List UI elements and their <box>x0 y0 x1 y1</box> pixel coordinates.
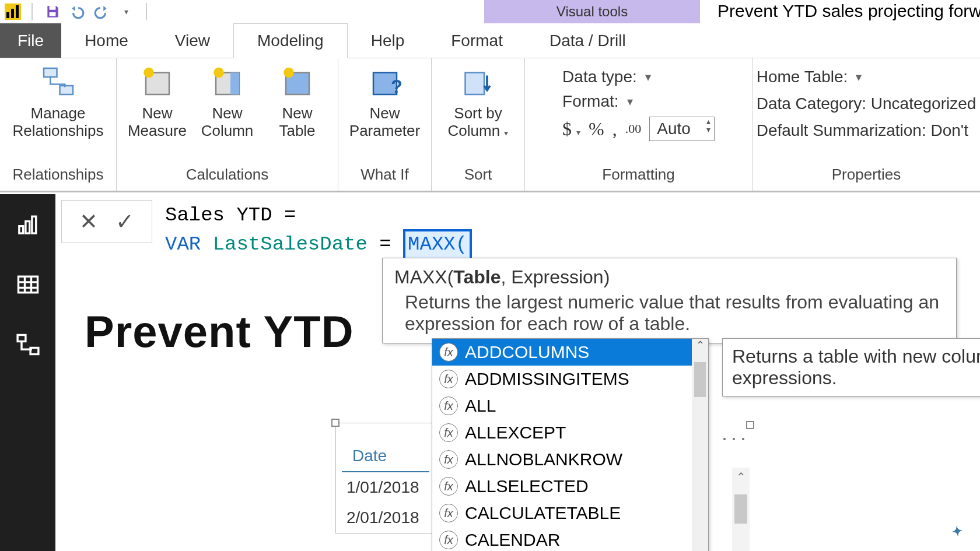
new-column-button[interactable]: New Column <box>192 62 262 140</box>
report-view-button[interactable] <box>15 212 41 240</box>
scroll-up-icon[interactable]: ⌃ <box>692 339 708 355</box>
sort-icon <box>461 65 496 100</box>
new-parameter-icon: ? <box>368 65 402 100</box>
fx-icon: fx <box>439 396 458 415</box>
tab-view[interactable]: View <box>152 23 233 58</box>
svg-rect-14 <box>19 226 23 233</box>
svg-point-5 <box>144 68 154 78</box>
intellisense-item[interactable]: fxALL <box>432 392 708 419</box>
new-measure-button[interactable]: New Measure <box>123 62 192 140</box>
intellisense-item[interactable]: fxALLNOBLANKROW <box>432 446 708 473</box>
svg-rect-3 <box>60 86 73 94</box>
formula-cancel-button[interactable]: ✕ <box>79 209 98 234</box>
svg-point-10 <box>284 68 294 78</box>
svg-rect-7 <box>230 73 239 95</box>
decimals-icon: .00 <box>625 121 642 136</box>
fx-icon: fx <box>439 370 458 388</box>
fx-icon: fx <box>439 531 458 549</box>
svg-rect-1 <box>50 12 56 16</box>
fx-icon: fx <box>439 504 458 522</box>
fx-icon: fx <box>439 450 458 469</box>
percent-button[interactable]: % <box>589 118 604 140</box>
formula-bar-actions: ✕ ✓ <box>61 200 152 243</box>
tab-modeling[interactable]: Modeling <box>233 23 348 58</box>
currency-button[interactable]: $ ▾ <box>562 118 580 140</box>
svg-rect-2 <box>44 68 57 77</box>
group-label-whatif: What If <box>360 163 408 188</box>
data-view-button[interactable] <box>15 272 41 300</box>
formula-editor[interactable]: Sales YTD = VAR LastSalesDate = MAXX( <box>159 200 974 263</box>
contextual-tab-visual-tools[interactable]: Visual tools <box>484 0 700 23</box>
svg-point-8 <box>214 68 224 78</box>
svg-text:?: ? <box>391 76 402 97</box>
redo-button[interactable] <box>92 2 111 21</box>
group-label-calculations: Calculations <box>186 163 269 188</box>
current-token-highlight: MAXX( <box>403 229 472 261</box>
model-view-button[interactable] <box>15 332 41 360</box>
intellisense-description: Returns a table with new column expressi… <box>722 338 980 396</box>
format-label: Format: <box>562 92 618 111</box>
manage-relationships-button[interactable]: Manage Relationships <box>7 62 109 140</box>
tab-home[interactable]: Home <box>61 23 152 58</box>
view-rail <box>0 194 55 551</box>
visual-options-icon[interactable]: ··· <box>715 426 750 450</box>
slicer-visual[interactable]: ··· <box>715 426 750 551</box>
sort-by-column-button[interactable]: Sort by Column ▾ <box>432 62 525 140</box>
svg-rect-0 <box>50 6 56 10</box>
ribbon: Manage Relationships Relationships New M… <box>0 58 980 192</box>
new-column-icon <box>210 65 245 100</box>
svg-rect-16 <box>32 216 36 233</box>
home-table-label[interactable]: Home Table: <box>757 68 848 86</box>
intellisense-item[interactable]: fxCALCULATETABLE <box>432 500 708 527</box>
decimals-spinner[interactable]: Auto <box>649 117 715 141</box>
datatype-dropdown[interactable]: ▾ <box>645 70 651 84</box>
table-column-header[interactable]: Date <box>342 423 429 472</box>
default-summarization-label[interactable]: Default Summarization: Don't <box>757 121 977 140</box>
intellisense-popup[interactable]: fxADDCOLUMNS fxADDMISSINGITEMS fxALL fxA… <box>432 338 709 551</box>
group-label-sort: Sort <box>464 163 492 188</box>
fx-icon: fx <box>439 423 458 442</box>
formula-commit-button[interactable]: ✓ <box>116 209 134 234</box>
function-signature-tooltip: MAXX(Table, Expression) Returns the larg… <box>382 258 957 343</box>
qat-separator <box>146 3 147 20</box>
svg-rect-13 <box>465 73 484 95</box>
save-button[interactable] <box>43 2 62 21</box>
intellisense-item[interactable]: fxALLEXCEPT <box>432 419 708 446</box>
app-icon <box>5 3 21 20</box>
datatype-label: Data type: <box>562 68 637 86</box>
format-dropdown[interactable]: ▾ <box>627 94 633 108</box>
intellisense-item[interactable]: fxADDCOLUMNS <box>432 339 708 366</box>
new-table-icon <box>280 65 315 100</box>
group-label-relationships: Relationships <box>12 163 103 188</box>
thousands-button[interactable]: , <box>612 118 617 140</box>
fx-icon: fx <box>439 343 458 362</box>
new-table-button[interactable]: New Table <box>262 62 332 140</box>
intellisense-item[interactable]: fxADDMISSINGITEMS <box>432 366 708 392</box>
qat-customize-button[interactable]: ▾ <box>117 2 135 21</box>
group-label-formatting: Formatting <box>602 163 674 188</box>
intellisense-item[interactable]: fxCALENDAR <box>432 527 708 551</box>
window-title: Prevent YTD sales projecting forwa <box>718 1 980 21</box>
slicer-scrollbar[interactable] <box>732 468 750 551</box>
resize-handle[interactable] <box>331 419 340 427</box>
tab-format[interactable]: Format <box>428 23 526 58</box>
group-label-properties: Properties <box>832 163 901 188</box>
intellisense-scrollbar[interactable]: ⌃ <box>692 339 708 551</box>
svg-rect-15 <box>25 222 29 234</box>
relationships-icon <box>41 65 76 100</box>
tab-data-drill[interactable]: Data / Drill <box>526 23 649 58</box>
data-category-label[interactable]: Data Category: Uncategorized <box>757 94 977 113</box>
intellisense-item[interactable]: fxALLSELECTED <box>432 473 708 500</box>
svg-rect-17 <box>18 276 37 293</box>
fx-icon: fx <box>439 477 458 496</box>
new-measure-icon <box>140 65 175 100</box>
watermark-icon: ✦ <box>951 524 963 540</box>
tab-file[interactable]: File <box>0 23 61 58</box>
new-parameter-button[interactable]: ? New Parameter <box>338 62 432 140</box>
resize-handle[interactable] <box>746 421 754 429</box>
ribbon-tabs: File Home View Modeling Help Format Data… <box>0 23 980 58</box>
scroll-thumb[interactable] <box>694 362 706 397</box>
tab-help[interactable]: Help <box>348 23 428 58</box>
undo-button[interactable] <box>68 2 86 21</box>
qat-separator <box>32 3 33 20</box>
